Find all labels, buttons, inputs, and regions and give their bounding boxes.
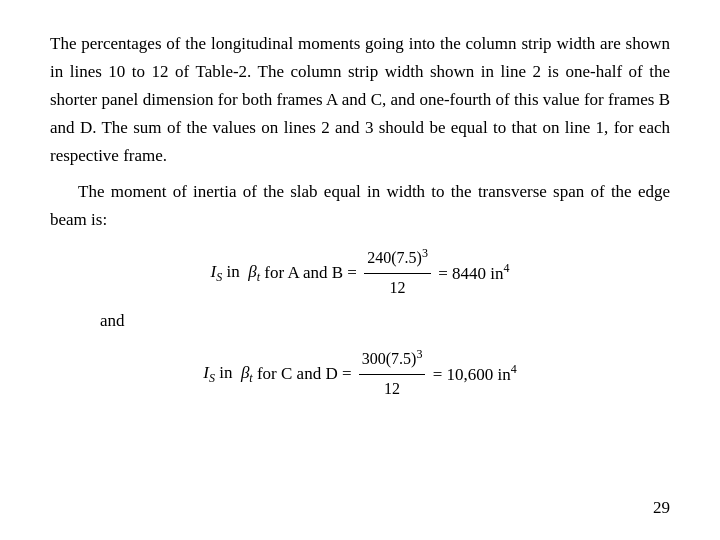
formula-1-denominator: 12 [387, 274, 409, 301]
formula-1-numerator: 240(7.5)3 [364, 244, 431, 274]
formula-2-denominator: 12 [381, 375, 403, 402]
formula-2: IS in βt for C and D = 300(7.5)3 12 = 10… [203, 345, 517, 402]
formula-1-Is: IS [211, 258, 223, 288]
formula-2-result: = 10,600 in4 [428, 360, 516, 389]
formula-2-fraction: 300(7.5)3 12 [359, 345, 426, 402]
formula-1-for-ab: for A and B = [260, 259, 361, 287]
paragraph-2: The moment of inertia of the slab equal … [50, 178, 670, 234]
formula-1-in-beta: in βt [222, 258, 260, 288]
and-label: and [100, 307, 670, 335]
page-number: 29 [653, 494, 670, 522]
formula-1-block: IS in βt for A and B = 240(7.5)3 12 = 84… [50, 244, 670, 301]
formula-2-in-beta: in βt [215, 359, 253, 389]
formula-1: IS in βt for A and B = 240(7.5)3 12 = 84… [211, 244, 510, 301]
paragraph-2-text: The moment of inertia of the slab equal … [50, 182, 670, 229]
page: The percentages of the longitudinal mome… [0, 0, 720, 540]
formula-2-Is: IS [203, 359, 215, 389]
paragraph-1-text: The percentages of the longitudinal mome… [50, 34, 670, 165]
formula-1-fraction: 240(7.5)3 12 [364, 244, 431, 301]
formula-1-result: = 8440 in4 [434, 259, 510, 288]
formula-2-for-cd: for C and D = [253, 360, 356, 388]
paragraph-1: The percentages of the longitudinal mome… [50, 30, 670, 170]
formula-2-numerator: 300(7.5)3 [359, 345, 426, 375]
formula-2-block: IS in βt for C and D = 300(7.5)3 12 = 10… [50, 345, 670, 402]
